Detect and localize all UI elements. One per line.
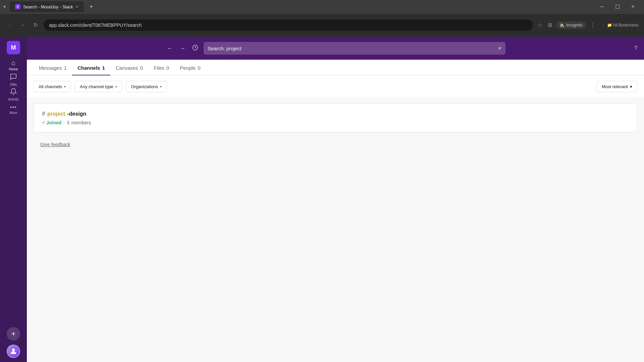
- tab-messages-label: Messages: [39, 65, 62, 71]
- search-clear-button[interactable]: ×: [498, 45, 501, 52]
- filter-bar: All channels ▾ Any channel type ▾ Organi…: [27, 75, 644, 98]
- members-count: 3: [67, 120, 69, 125]
- channel-scope-filter[interactable]: All channels ▾: [34, 81, 71, 92]
- tab-canvases-count: 0: [140, 65, 143, 71]
- tab-files[interactable]: Files 0: [148, 60, 174, 75]
- dms-label: DMs: [10, 83, 17, 86]
- dms-icon: [10, 73, 17, 82]
- tab-people-label: People: [180, 65, 196, 71]
- search-history-button[interactable]: [191, 43, 200, 54]
- tab-files-count: 0: [166, 65, 169, 71]
- incognito-label: Incognito: [566, 23, 583, 27]
- nav-actions: ☆ ⊞ 🕵 Incognito ⋮: [536, 20, 597, 29]
- user-avatar[interactable]: [7, 345, 20, 358]
- channel-type-label: Any channel type: [80, 84, 113, 89]
- search-forward-button[interactable]: →: [178, 44, 187, 53]
- address-text: app.slack.com/client/T067MEBPPUY/search: [49, 22, 142, 28]
- tab-canvases[interactable]: Canvases 0: [110, 60, 148, 75]
- search-header: ← → Search: project × ?: [27, 37, 644, 60]
- browser-tab[interactable]: # Search - MoodJoy - Slack ×: [10, 1, 84, 12]
- browser-nav: ← → ↻ app.slack.com/client/T067MEBPPUY/s…: [0, 13, 644, 36]
- channel-name: # project -design: [42, 110, 629, 117]
- tab-dropdown[interactable]: ▾: [3, 4, 6, 9]
- sort-label: Most relevant: [602, 84, 628, 89]
- search-back-button[interactable]: ←: [165, 44, 174, 53]
- workspace-initial: M: [11, 44, 16, 51]
- channel-name-rest: -design: [67, 111, 86, 117]
- more-label: More: [10, 111, 17, 115]
- home-label: Home: [9, 67, 18, 71]
- tab-messages-count: 1: [64, 65, 67, 71]
- back-button[interactable]: ←: [5, 20, 15, 30]
- tabs-bar: Messages 1 Channels 1 Canvases 0 Files 0…: [27, 60, 644, 75]
- channel-scope-chevron: ▾: [64, 85, 66, 88]
- sort-chevron: ▾: [630, 84, 632, 89]
- bookmarks-bar-btn[interactable]: 📁 All Bookmarks: [603, 23, 639, 27]
- search-help-icon[interactable]: ?: [634, 45, 637, 51]
- bookmark-star-icon[interactable]: ☆: [536, 20, 544, 29]
- sidebar-item-home[interactable]: ⌂ Home: [7, 58, 20, 72]
- joined-label: Joined: [46, 120, 61, 125]
- svg-point-0: [12, 349, 15, 351]
- bookmarks-label: All Bookmarks: [613, 23, 639, 27]
- tab-channels-label: Channels: [77, 65, 100, 71]
- incognito-badge: 🕵 Incognito: [556, 21, 586, 29]
- home-icon: ⌂: [11, 59, 15, 67]
- search-bar-text: Search: project: [208, 46, 495, 51]
- browser-chrome: ▾ # Search - MoodJoy - Slack × + ─ ☐ × ←…: [0, 0, 644, 37]
- more-icon: •••: [10, 104, 17, 110]
- results-area: # project -design ✓ Joined · 3 members G…: [27, 98, 644, 362]
- browser-menu-icon[interactable]: ⋮: [589, 20, 597, 29]
- channel-name-highlighted: project: [47, 111, 65, 117]
- tab-people[interactable]: People 0: [174, 60, 206, 75]
- tab-close-button[interactable]: ×: [76, 4, 78, 9]
- organization-chevron: ▾: [160, 85, 162, 88]
- add-icon: +: [11, 329, 16, 338]
- new-tab-button[interactable]: +: [87, 2, 96, 11]
- channel-hash-icon: #: [42, 110, 45, 117]
- tab-title: Search - MoodJoy - Slack: [23, 4, 73, 9]
- tab-messages[interactable]: Messages 1: [34, 60, 72, 75]
- bookmarks-icon: 📁: [607, 23, 612, 27]
- activity-label: Activity: [8, 98, 19, 101]
- members-label: members: [71, 120, 91, 125]
- tab-channels-count: 1: [102, 65, 105, 71]
- activity-icon: [10, 88, 17, 97]
- channel-meta: ✓ Joined · 3 members: [42, 120, 629, 125]
- tab-canvases-label: Canvases: [116, 65, 138, 71]
- channel-type-filter[interactable]: Any channel type ▾: [75, 81, 122, 92]
- sidebar-item-dms[interactable]: DMs: [7, 73, 20, 86]
- organization-label: Organizations: [131, 84, 158, 89]
- channel-scope-label: All channels: [39, 84, 62, 89]
- main-content: ← → Search: project × ? Messages 1 Chann…: [27, 37, 644, 362]
- workspace-avatar[interactable]: M: [7, 41, 20, 54]
- tab-files-label: Files: [154, 65, 164, 71]
- give-feedback-link[interactable]: Give feedback: [34, 135, 637, 154]
- maximize-button[interactable]: ☐: [610, 0, 625, 13]
- sidebar-item-activity[interactable]: Activity: [7, 88, 20, 101]
- check-icon: ✓: [42, 120, 45, 125]
- channel-result-card[interactable]: # project -design ✓ Joined · 3 members: [34, 103, 637, 132]
- minimize-button[interactable]: ─: [594, 0, 610, 13]
- organization-filter[interactable]: Organizations ▾: [126, 81, 167, 92]
- browser-titlebar: ▾ # Search - MoodJoy - Slack × + ─ ☐ ×: [0, 0, 644, 13]
- close-button[interactable]: ×: [625, 0, 641, 13]
- browser-extensions-icon[interactable]: ⊞: [546, 20, 553, 29]
- reload-button[interactable]: ↻: [31, 20, 40, 30]
- tab-channels[interactable]: Channels 1: [72, 60, 110, 75]
- tab-people-count: 0: [198, 65, 200, 71]
- tab-favicon: #: [15, 4, 20, 9]
- address-bar[interactable]: app.slack.com/client/T067MEBPPUY/search: [44, 19, 533, 31]
- avatar-placeholder: [7, 345, 19, 357]
- meta-separator: ·: [63, 120, 65, 125]
- channel-type-chevron: ▾: [115, 85, 117, 88]
- app-container: M ⌂ Home DMs Activity ••• More +: [0, 37, 644, 362]
- incognito-icon: 🕵: [559, 23, 565, 27]
- give-feedback-text: Give feedback: [40, 142, 70, 147]
- add-workspace-button[interactable]: +: [7, 327, 20, 341]
- sidebar-item-more[interactable]: ••• More: [7, 103, 20, 116]
- sort-button[interactable]: Most relevant ▾: [597, 81, 637, 92]
- window-controls: ─ ☐ ×: [594, 0, 641, 13]
- search-bar[interactable]: Search: project ×: [204, 42, 505, 55]
- forward-button[interactable]: →: [18, 20, 28, 30]
